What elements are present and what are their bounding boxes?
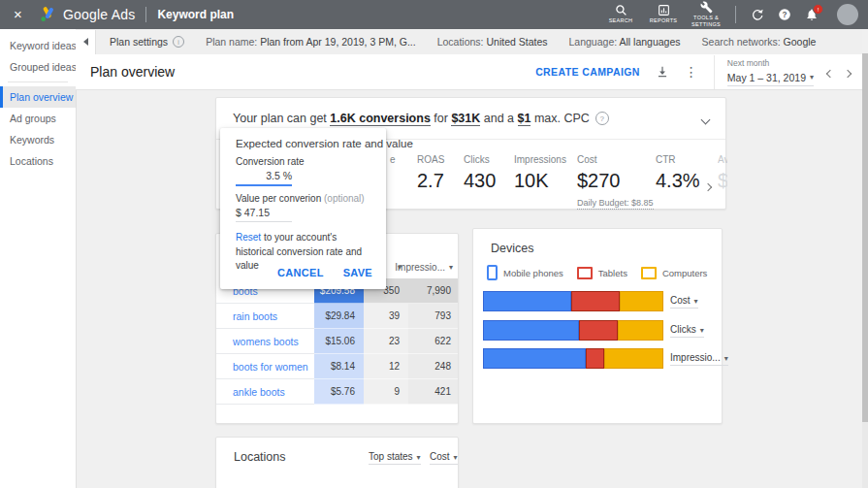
wrench-icon	[700, 1, 713, 14]
popup-title: Expected conversion rate and value	[236, 138, 413, 149]
bar-segment-mobile	[483, 348, 586, 369]
close-icon[interactable]	[14, 0, 29, 29]
notifications-button[interactable]: !	[798, 8, 825, 21]
metric-ctr: CTR 4.3%	[656, 154, 700, 192]
devices-card: Devices Mobile phones Tablets Computers	[472, 228, 723, 424]
popup-buttons: CANCEL SAVE	[258, 267, 372, 278]
bar-segment-computer	[620, 291, 663, 311]
plan-name-setting[interactable]: Plan name: Plan from Apr 19, 2019, 3 PM,…	[206, 36, 416, 48]
language-setting[interactable]: Language: All languages	[569, 36, 681, 48]
devices-legend: Mobile phones Tablets Computers	[487, 265, 721, 280]
tools-settings-nav-button[interactable]: TOOLS & SETTINGS	[685, 1, 727, 28]
clicks-cell: 39	[364, 304, 408, 329]
search-nav-button[interactable]: SEARCH	[599, 4, 642, 24]
search-icon	[615, 4, 627, 16]
conversions-editable-value[interactable]: 1.6K conversions	[330, 112, 431, 126]
vertical-scrollbar[interactable]	[862, 53, 868, 488]
mobile-phone-icon	[487, 265, 498, 280]
devices-bar-impressions	[483, 348, 663, 369]
daily-budget-value[interactable]: Daily Budget: $8.85	[577, 198, 654, 210]
refresh-icon	[751, 8, 764, 21]
reset-link[interactable]: Reset	[236, 232, 261, 243]
keyword-link[interactable]: womens boots	[216, 329, 314, 354]
devices-bar-cost	[483, 291, 663, 311]
topbar-actions: SEARCH REPORTS TOOLS & SETTINGS	[599, 1, 868, 28]
conversion-rate-label: Conversion rate	[236, 156, 305, 167]
topbar-divider	[145, 7, 146, 22]
clicks-cell: 23	[364, 329, 408, 354]
notification-badge: !	[813, 4, 823, 15]
date-range-value: May 1 – 31, 2019	[727, 72, 814, 86]
bar-metric-dropdown-impressions[interactable]: Impressio...	[670, 352, 728, 366]
keyword-link[interactable]: rain boots	[216, 304, 314, 329]
value-per-conversion-input[interactable]: $ 47.15	[236, 207, 292, 222]
legend-tablets: Tablets	[577, 267, 627, 279]
keyword-link[interactable]: boots for women	[216, 354, 314, 379]
top-app-bar: Google Ads Keyword plan SEARCH REPORTS	[0, 0, 868, 29]
chevron-down-icon	[724, 354, 728, 363]
date-range-picker[interactable]: Next month May 1 – 31, 2019	[714, 55, 814, 89]
locations-card: Locations Top states Cost	[215, 437, 459, 488]
bar-segment-tablet	[571, 291, 620, 311]
impressions-column-header[interactable]: Impressio...	[408, 255, 459, 278]
locations-setting[interactable]: Locations: United States	[437, 36, 548, 48]
plan-settings-button[interactable]: Plan settings i	[110, 36, 184, 48]
reports-nav-button[interactable]: REPORTS	[642, 4, 685, 24]
download-button[interactable]	[656, 65, 669, 79]
chevron-down-icon	[449, 263, 453, 272]
google-ads-logo	[39, 6, 56, 23]
sidebar-item-grouped-ideas[interactable]: Grouped ideas	[0, 56, 76, 78]
devices-title: Devices	[491, 242, 533, 255]
save-button[interactable]: SAVE	[343, 267, 372, 278]
sidebar-item-keyword-ideas[interactable]: Keyword ideas	[0, 35, 76, 56]
sidebar-item-plan-overview[interactable]: Plan overview	[0, 86, 76, 108]
scroll-metrics-right-button[interactable]	[705, 177, 711, 194]
clicks-cell: 9	[364, 379, 408, 405]
chevron-down-icon	[700, 326, 704, 335]
bar-segment-mobile	[483, 320, 579, 341]
bar-segment-tablet	[586, 348, 604, 369]
help-circle-icon[interactable]: ?	[595, 112, 609, 125]
cancel-button[interactable]: CANCEL	[277, 267, 324, 278]
legend-computers: Computers	[641, 267, 707, 279]
date-range-preset-label: Next month	[727, 58, 814, 68]
top-states-dropdown[interactable]: Top states	[369, 451, 421, 465]
search-networks-setting[interactable]: Search networks: Google	[702, 36, 817, 48]
sidebar-item-locations[interactable]: Locations	[0, 150, 76, 172]
header-actions: CREATE CAMPAIGN Next month May 1 – 31, 2…	[535, 54, 862, 89]
keyword-link[interactable]: ankle boots	[216, 379, 314, 405]
download-icon	[656, 65, 669, 79]
account-avatar[interactable]	[837, 4, 858, 25]
next-period-button[interactable]	[845, 63, 851, 81]
chevron-down-icon	[810, 73, 814, 81]
bar-metric-dropdown-clicks[interactable]: Clicks	[670, 324, 704, 338]
bar-segment-tablet	[579, 320, 619, 341]
scrollbar-thumb[interactable]	[862, 53, 868, 422]
collapse-panel-button[interactable]	[76, 30, 96, 54]
computer-icon	[641, 267, 657, 279]
cost-editable-value[interactable]: $31K	[451, 112, 480, 126]
help-button[interactable]: ?	[771, 8, 798, 21]
conversion-rate-input[interactable]: 3.5 %	[236, 170, 292, 186]
more-options-button[interactable]	[685, 64, 698, 80]
create-campaign-button[interactable]: CREATE CAMPAIGN	[535, 66, 640, 78]
cost-cell: $8.14	[314, 354, 364, 379]
brand-name: Google Ads	[63, 7, 135, 22]
collapse-card-button[interactable]	[702, 110, 709, 127]
sidebar-item-ad-groups[interactable]: Ad groups	[0, 108, 76, 129]
metric-roas: ROAS 2.7	[417, 154, 444, 192]
bar-metric-dropdown-cost[interactable]: Cost	[670, 295, 698, 309]
impressions-cell: 248	[408, 354, 459, 379]
bar-segment-computer	[604, 348, 663, 369]
previous-period-button[interactable]	[827, 63, 833, 81]
locations-metric-dropdown[interactable]: Cost	[430, 451, 458, 465]
clicks-cell: 12	[364, 354, 408, 379]
forecast-sentence: Your plan can get 1.6K conversions for $…	[233, 112, 590, 125]
refresh-button[interactable]	[744, 8, 771, 21]
sidebar-item-keywords[interactable]: Keywords	[0, 129, 76, 150]
max-cpc-editable-value[interactable]: $1	[518, 112, 531, 126]
svg-text:?: ?	[783, 11, 788, 19]
chevron-down-icon	[417, 453, 421, 462]
cost-cell: $5.76	[314, 379, 364, 405]
legend-mobile-phones: Mobile phones	[487, 265, 563, 280]
